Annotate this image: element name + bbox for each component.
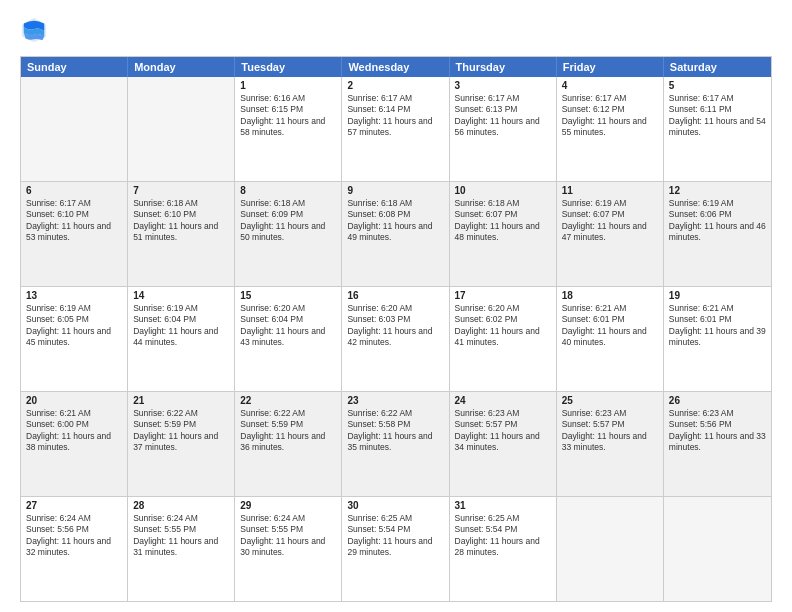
cell-info: Sunrise: 6:20 AMSunset: 6:03 PMDaylight:… (347, 303, 443, 349)
weekday-header-sunday: Sunday (21, 57, 128, 77)
day-number: 1 (240, 80, 336, 91)
day-number: 18 (562, 290, 658, 301)
day-cell-25: 25Sunrise: 6:23 AMSunset: 5:57 PMDayligh… (557, 392, 664, 496)
cell-info: Sunrise: 6:22 AMSunset: 5:59 PMDaylight:… (240, 408, 336, 454)
cell-info: Sunrise: 6:18 AMSunset: 6:10 PMDaylight:… (133, 198, 229, 244)
day-cell-5: 5Sunrise: 6:17 AMSunset: 6:11 PMDaylight… (664, 77, 771, 181)
day-number: 21 (133, 395, 229, 406)
day-cell-31: 31Sunrise: 6:25 AMSunset: 5:54 PMDayligh… (450, 497, 557, 601)
day-cell-9: 9Sunrise: 6:18 AMSunset: 6:08 PMDaylight… (342, 182, 449, 286)
cell-info: Sunrise: 6:18 AMSunset: 6:07 PMDaylight:… (455, 198, 551, 244)
weekday-header-thursday: Thursday (450, 57, 557, 77)
day-number: 14 (133, 290, 229, 301)
cell-info: Sunrise: 6:21 AMSunset: 6:01 PMDaylight:… (669, 303, 766, 349)
cell-info: Sunrise: 6:17 AMSunset: 6:11 PMDaylight:… (669, 93, 766, 139)
calendar-row-3: 20Sunrise: 6:21 AMSunset: 6:00 PMDayligh… (21, 391, 771, 496)
day-number: 15 (240, 290, 336, 301)
day-number: 27 (26, 500, 122, 511)
cell-info: Sunrise: 6:20 AMSunset: 6:02 PMDaylight:… (455, 303, 551, 349)
weekday-header-saturday: Saturday (664, 57, 771, 77)
day-cell-22: 22Sunrise: 6:22 AMSunset: 5:59 PMDayligh… (235, 392, 342, 496)
day-number: 11 (562, 185, 658, 196)
cell-info: Sunrise: 6:21 AMSunset: 6:01 PMDaylight:… (562, 303, 658, 349)
day-number: 17 (455, 290, 551, 301)
day-number: 26 (669, 395, 766, 406)
day-number: 25 (562, 395, 658, 406)
calendar-row-2: 13Sunrise: 6:19 AMSunset: 6:05 PMDayligh… (21, 286, 771, 391)
calendar-row-0: 1Sunrise: 6:16 AMSunset: 6:15 PMDaylight… (21, 77, 771, 181)
weekday-header-tuesday: Tuesday (235, 57, 342, 77)
day-cell-15: 15Sunrise: 6:20 AMSunset: 6:04 PMDayligh… (235, 287, 342, 391)
day-cell-4: 4Sunrise: 6:17 AMSunset: 6:12 PMDaylight… (557, 77, 664, 181)
logo-icon (20, 16, 48, 48)
cell-info: Sunrise: 6:21 AMSunset: 6:00 PMDaylight:… (26, 408, 122, 454)
day-number: 7 (133, 185, 229, 196)
day-number: 2 (347, 80, 443, 91)
day-cell-26: 26Sunrise: 6:23 AMSunset: 5:56 PMDayligh… (664, 392, 771, 496)
day-number: 5 (669, 80, 766, 91)
weekday-header-wednesday: Wednesday (342, 57, 449, 77)
cell-info: Sunrise: 6:23 AMSunset: 5:56 PMDaylight:… (669, 408, 766, 454)
day-cell-10: 10Sunrise: 6:18 AMSunset: 6:07 PMDayligh… (450, 182, 557, 286)
day-number: 23 (347, 395, 443, 406)
empty-cell-0-1 (128, 77, 235, 181)
day-number: 12 (669, 185, 766, 196)
cell-info: Sunrise: 6:22 AMSunset: 5:58 PMDaylight:… (347, 408, 443, 454)
day-cell-6: 6Sunrise: 6:17 AMSunset: 6:10 PMDaylight… (21, 182, 128, 286)
day-cell-3: 3Sunrise: 6:17 AMSunset: 6:13 PMDaylight… (450, 77, 557, 181)
day-cell-12: 12Sunrise: 6:19 AMSunset: 6:06 PMDayligh… (664, 182, 771, 286)
calendar: SundayMondayTuesdayWednesdayThursdayFrid… (20, 56, 772, 602)
cell-info: Sunrise: 6:24 AMSunset: 5:55 PMDaylight:… (240, 513, 336, 559)
weekday-header-friday: Friday (557, 57, 664, 77)
day-cell-19: 19Sunrise: 6:21 AMSunset: 6:01 PMDayligh… (664, 287, 771, 391)
cell-info: Sunrise: 6:25 AMSunset: 5:54 PMDaylight:… (347, 513, 443, 559)
day-number: 6 (26, 185, 122, 196)
calendar-header: SundayMondayTuesdayWednesdayThursdayFrid… (21, 57, 771, 77)
cell-info: Sunrise: 6:17 AMSunset: 6:10 PMDaylight:… (26, 198, 122, 244)
cell-info: Sunrise: 6:17 AMSunset: 6:13 PMDaylight:… (455, 93, 551, 139)
cell-info: Sunrise: 6:17 AMSunset: 6:12 PMDaylight:… (562, 93, 658, 139)
cell-info: Sunrise: 6:24 AMSunset: 5:55 PMDaylight:… (133, 513, 229, 559)
day-number: 9 (347, 185, 443, 196)
cell-info: Sunrise: 6:22 AMSunset: 5:59 PMDaylight:… (133, 408, 229, 454)
day-cell-1: 1Sunrise: 6:16 AMSunset: 6:15 PMDaylight… (235, 77, 342, 181)
cell-info: Sunrise: 6:25 AMSunset: 5:54 PMDaylight:… (455, 513, 551, 559)
day-cell-17: 17Sunrise: 6:20 AMSunset: 6:02 PMDayligh… (450, 287, 557, 391)
calendar-row-1: 6Sunrise: 6:17 AMSunset: 6:10 PMDaylight… (21, 181, 771, 286)
header (20, 16, 772, 48)
day-number: 22 (240, 395, 336, 406)
day-number: 3 (455, 80, 551, 91)
day-number: 19 (669, 290, 766, 301)
day-number: 20 (26, 395, 122, 406)
calendar-body: 1Sunrise: 6:16 AMSunset: 6:15 PMDaylight… (21, 77, 771, 601)
day-cell-23: 23Sunrise: 6:22 AMSunset: 5:58 PMDayligh… (342, 392, 449, 496)
cell-info: Sunrise: 6:19 AMSunset: 6:07 PMDaylight:… (562, 198, 658, 244)
day-number: 8 (240, 185, 336, 196)
day-cell-30: 30Sunrise: 6:25 AMSunset: 5:54 PMDayligh… (342, 497, 449, 601)
day-cell-21: 21Sunrise: 6:22 AMSunset: 5:59 PMDayligh… (128, 392, 235, 496)
cell-info: Sunrise: 6:19 AMSunset: 6:04 PMDaylight:… (133, 303, 229, 349)
cell-info: Sunrise: 6:19 AMSunset: 6:05 PMDaylight:… (26, 303, 122, 349)
day-cell-14: 14Sunrise: 6:19 AMSunset: 6:04 PMDayligh… (128, 287, 235, 391)
day-number: 29 (240, 500, 336, 511)
day-cell-7: 7Sunrise: 6:18 AMSunset: 6:10 PMDaylight… (128, 182, 235, 286)
cell-info: Sunrise: 6:19 AMSunset: 6:06 PMDaylight:… (669, 198, 766, 244)
cell-info: Sunrise: 6:17 AMSunset: 6:14 PMDaylight:… (347, 93, 443, 139)
cell-info: Sunrise: 6:23 AMSunset: 5:57 PMDaylight:… (455, 408, 551, 454)
day-cell-24: 24Sunrise: 6:23 AMSunset: 5:57 PMDayligh… (450, 392, 557, 496)
weekday-header-monday: Monday (128, 57, 235, 77)
calendar-row-4: 27Sunrise: 6:24 AMSunset: 5:56 PMDayligh… (21, 496, 771, 601)
day-number: 24 (455, 395, 551, 406)
empty-cell-4-6 (664, 497, 771, 601)
day-cell-27: 27Sunrise: 6:24 AMSunset: 5:56 PMDayligh… (21, 497, 128, 601)
page: SundayMondayTuesdayWednesdayThursdayFrid… (0, 0, 792, 612)
day-cell-29: 29Sunrise: 6:24 AMSunset: 5:55 PMDayligh… (235, 497, 342, 601)
day-number: 30 (347, 500, 443, 511)
cell-info: Sunrise: 6:20 AMSunset: 6:04 PMDaylight:… (240, 303, 336, 349)
day-cell-2: 2Sunrise: 6:17 AMSunset: 6:14 PMDaylight… (342, 77, 449, 181)
empty-cell-4-5 (557, 497, 664, 601)
day-cell-20: 20Sunrise: 6:21 AMSunset: 6:00 PMDayligh… (21, 392, 128, 496)
day-number: 13 (26, 290, 122, 301)
day-number: 28 (133, 500, 229, 511)
day-cell-13: 13Sunrise: 6:19 AMSunset: 6:05 PMDayligh… (21, 287, 128, 391)
